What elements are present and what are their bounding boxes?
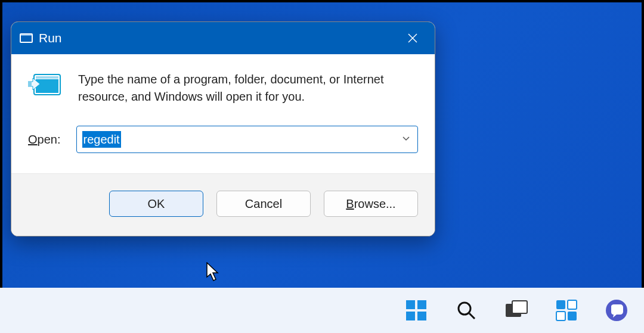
- ok-button[interactable]: OK: [109, 191, 203, 217]
- run-dialog: Run Type the name of: [11, 21, 435, 236]
- svg-rect-12: [417, 300, 426, 309]
- close-button[interactable]: [399, 26, 426, 50]
- svg-rect-19: [556, 300, 565, 309]
- start-button[interactable]: [403, 297, 429, 323]
- dialog-description: Type the name of a program, folder, docu…: [78, 71, 418, 105]
- dialog-button-row: OK Cancel Browse...: [11, 173, 435, 236]
- svg-rect-20: [568, 300, 577, 309]
- cursor-icon: [206, 262, 222, 285]
- dialog-content: Type the name of a program, folder, docu…: [11, 54, 435, 111]
- svg-rect-7: [36, 76, 58, 79]
- taskbar: [0, 288, 644, 333]
- svg-rect-14: [417, 312, 426, 320]
- task-view-button[interactable]: [503, 297, 530, 323]
- cancel-button[interactable]: Cancel: [216, 191, 311, 217]
- open-row: Open: regedit: [11, 111, 435, 173]
- svg-rect-6: [36, 79, 58, 93]
- svg-point-15: [459, 303, 470, 315]
- search-button[interactable]: [453, 297, 479, 323]
- open-label: Open:: [28, 133, 61, 147]
- svg-rect-1: [21, 36, 32, 42]
- open-combobox[interactable]: regedit: [76, 126, 419, 153]
- svg-line-16: [469, 313, 475, 319]
- svg-rect-13: [406, 312, 415, 320]
- svg-rect-11: [406, 300, 415, 309]
- dialog-title: Run: [39, 31, 62, 45]
- titlebar[interactable]: Run: [11, 22, 435, 54]
- run-icon: [28, 71, 64, 101]
- svg-rect-18: [512, 301, 527, 313]
- browse-button[interactable]: Browse...: [324, 191, 418, 217]
- widgets-button[interactable]: [553, 297, 580, 323]
- open-input[interactable]: [76, 126, 419, 153]
- svg-rect-22: [568, 312, 577, 320]
- chat-button[interactable]: [603, 297, 630, 323]
- run-titlebar-icon: [20, 33, 33, 43]
- svg-rect-2: [21, 35, 32, 36]
- svg-rect-21: [556, 312, 565, 320]
